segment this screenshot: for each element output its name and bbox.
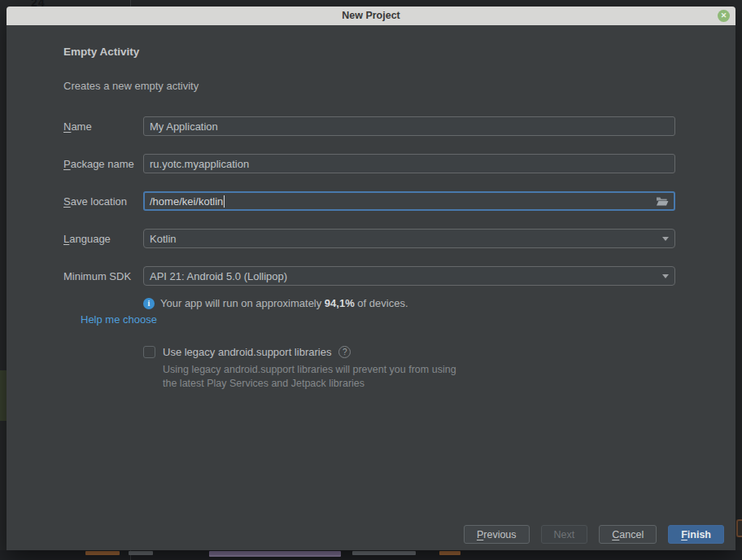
close-icon[interactable]: ✕ (718, 10, 730, 22)
text-caret (224, 195, 225, 208)
help-me-choose-link[interactable]: Help me choose (81, 313, 157, 326)
background-scrollbar-fragment (0, 370, 7, 421)
cancel-button[interactable]: Cancel (599, 525, 657, 544)
next-button: Next (541, 525, 588, 544)
info-icon: i (143, 298, 155, 309)
name-input[interactable]: My Application (143, 116, 675, 136)
save-location-row: Save location /home/kei/kotlin (63, 191, 735, 211)
package-name-row: Package name ru.yotc.myapplication (63, 154, 735, 173)
name-row: Name My Application (63, 116, 735, 136)
code-fragment (209, 551, 341, 557)
dialog-titlebar[interactable]: New Project ✕ (7, 7, 735, 25)
previous-button[interactable]: Previous (464, 525, 530, 544)
legacy-support-help-text: Using legacy android.support libraries w… (163, 363, 735, 392)
chevron-down-icon (662, 237, 669, 241)
package-name-label: Package name (63, 158, 143, 170)
language-row: Language Kotlin (63, 229, 735, 248)
legacy-support-label: Use legacy android.support libraries (163, 346, 331, 358)
minimum-sdk-label: Minimum SDK (63, 270, 143, 282)
sdk-info-text: Your app will run on approximately 94,1%… (160, 297, 408, 309)
language-label: Language (63, 233, 143, 245)
code-fragment (352, 551, 416, 555)
new-project-dialog: New Project ✕ Empty Activity Creates a n… (7, 7, 735, 550)
sdk-info-block: i Your app will run on approximately 94,… (143, 297, 735, 309)
background-code-editor-sliver (0, 550, 742, 560)
help-icon[interactable]: ? (338, 346, 351, 358)
minimum-sdk-dropdown[interactable]: API 21: Android 5.0 (Lollipop) (143, 266, 675, 286)
code-fragment (85, 551, 120, 555)
legacy-support-checkbox[interactable] (143, 346, 155, 358)
language-dropdown[interactable]: Kotlin (143, 229, 675, 248)
code-fragment (439, 551, 460, 555)
browse-folder-button[interactable] (656, 196, 669, 207)
chevron-down-icon (662, 274, 669, 278)
finish-button[interactable]: Finish (668, 525, 724, 544)
package-name-input[interactable]: ru.yotc.myapplication (143, 154, 675, 173)
dialog-button-bar: Previous Next Cancel Finish (464, 525, 724, 544)
legacy-support-block: Use legacy android.support libraries ? U… (143, 346, 735, 392)
code-fragment (129, 551, 153, 555)
folder-icon (656, 196, 669, 207)
save-location-label: Save location (63, 195, 143, 208)
background-widget-fragment (736, 519, 742, 537)
device-percentage: 94,1% (325, 297, 355, 309)
legacy-support-row: Use legacy android.support libraries ? (143, 346, 735, 358)
dialog-title: New Project (7, 7, 735, 25)
dialog-body: Empty Activity Creates a new empty activ… (7, 25, 735, 550)
save-location-input[interactable]: /home/kei/kotlin (143, 191, 675, 211)
minimum-sdk-row: Minimum SDK API 21: Android 5.0 (Lollipo… (63, 266, 735, 286)
page-description: Creates a new empty activity (63, 80, 735, 92)
page-title: Empty Activity (63, 46, 735, 58)
name-label: Name (63, 120, 143, 133)
background-divider (130, 0, 131, 7)
